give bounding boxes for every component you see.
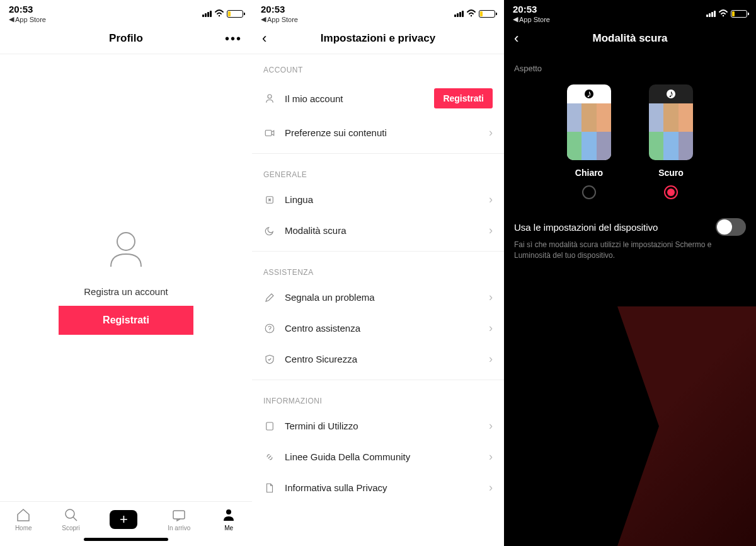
svg-rect-7 [265,130,272,136]
chevron-right-icon: › [489,322,493,335]
watermark-icon [617,306,756,546]
back-to-app[interactable]: ◀ App Store [261,15,298,23]
nav-discover[interactable]: Scopri [62,507,79,531]
status-bar: 20:53 ◀ App Store [0,0,252,23]
home-indicator [84,538,168,541]
status-time: 20:53 [261,4,298,15]
settings-screen: 20:53 ◀ App Store ‹ Impostazioni e priva… [252,0,504,546]
more-icon[interactable]: ••• [225,32,242,46]
device-settings-toggle[interactable] [716,218,746,236]
person-icon [220,507,237,523]
nav-header: Profilo ••• [0,23,252,54]
radio-light[interactable] [582,185,596,199]
help-icon [263,322,276,335]
chevron-right-icon: › [489,352,493,366]
document-icon [263,482,276,494]
nav-header: ‹ Modalità scura [504,23,756,54]
chevron-right-icon: › [489,481,493,494]
status-time: 20:53 [513,4,550,15]
aspect-label: Aspetto [514,64,746,73]
row-help-center[interactable]: Centro assistenza › [252,313,504,344]
profile-screen: 20:53 ◀ App Store Profilo ••• Registra u… [0,0,252,546]
row-report-problem[interactable]: Segnala un problema › [252,282,504,313]
chevron-right-icon: › [489,291,493,304]
person-icon [263,92,276,105]
signal-icon [454,11,464,17]
register-badge-button[interactable]: Registrati [434,88,493,108]
nav-me[interactable]: Me [220,507,237,531]
chevron-right-icon: › [489,224,493,237]
svg-point-5 [471,15,472,16]
row-dark-mode[interactable]: Modalità scura › [252,215,504,246]
wifi-icon [466,9,476,19]
nav-header: ‹ Impostazioni e privacy [252,23,504,54]
dark-preview-icon: ♪ [649,84,693,160]
section-account: ACCOUNT [252,54,504,79]
home-icon [15,507,32,523]
chevron-right-icon: › [489,419,493,433]
page-title: Profilo [109,32,143,45]
moon-icon [263,224,276,237]
status-time: 20:53 [9,4,46,15]
row-safety-center[interactable]: Centro Sicurezza › [252,344,504,375]
book-icon [263,420,276,433]
section-general: GENERALE [252,159,504,184]
chevron-right-icon: › [489,450,493,463]
back-icon[interactable]: ‹ [514,30,518,47]
page-title: Modalità scura [592,32,667,45]
battery-icon [227,10,243,18]
wifi-icon [718,9,728,19]
back-to-app[interactable]: ◀ App Store [513,15,550,23]
section-assistance: ASSISTENZA [252,257,504,282]
theme-option-dark[interactable]: ♪ Scuro [649,84,693,199]
section-info: INFORMAZIONI [252,385,504,410]
back-icon[interactable]: ‹ [262,30,266,47]
svg-point-1 [117,233,135,250]
row-community-guidelines[interactable]: Linee Guida Della Community › [252,441,504,472]
signal-icon [706,11,716,17]
row-language[interactable]: Lingua › [252,184,504,215]
toggle-label: Usa le impostazioni del dispositivo [514,222,658,233]
bottom-nav: Home Scopri + In arrivo Me [0,501,252,534]
row-privacy-policy[interactable]: Informativa sulla Privacy › [252,472,504,503]
search-icon [63,507,79,523]
inbox-icon [171,507,187,523]
page-title: Impostazioni e privacy [321,32,435,45]
svg-point-11 [723,15,724,16]
chevron-right-icon: › [489,126,493,139]
register-prompt: Registra un account [84,286,168,297]
battery-icon [731,10,747,18]
video-icon [263,127,276,139]
settings-body[interactable]: ACCOUNT Il mio account Registrati Prefer… [252,54,504,546]
divider [252,153,504,154]
pencil-icon [263,291,276,304]
avatar-placeholder-icon [98,221,154,277]
row-terms[interactable]: Termini di Utilizzo › [252,410,504,441]
nav-create[interactable]: + [110,510,137,529]
svg-rect-10 [266,422,273,430]
nav-inbox[interactable]: In arrivo [168,507,190,531]
plus-icon: + [110,510,137,529]
divider [252,380,504,380]
nav-home[interactable]: Home [15,507,32,531]
device-settings-toggle-row: Usa le impostazioni del dispositivo [514,218,746,236]
svg-point-0 [219,15,220,16]
svg-point-4 [226,509,231,514]
dark-mode-screen: 20:53 ◀ App Store ‹ Modalità scura Aspet… [504,0,756,546]
battery-icon [479,10,495,18]
theme-options: ♪ Chiaro ♪ Scuro [514,84,746,199]
svg-point-6 [268,95,272,98]
register-button[interactable]: Registrati [59,306,193,335]
profile-body: Registra un account Registrati [0,54,252,501]
row-my-account[interactable]: Il mio account Registrati [252,79,504,117]
svg-rect-3 [173,511,185,519]
chevron-right-icon: › [489,193,493,206]
back-to-app[interactable]: ◀ App Store [9,15,46,23]
wifi-icon [214,9,224,19]
theme-option-light[interactable]: ♪ Chiaro [567,84,611,199]
shield-icon [263,353,276,366]
toggle-description: Fai sì che modalità scura utilizzi le im… [514,240,746,261]
radio-dark[interactable] [664,185,678,199]
row-content-preferences[interactable]: Preferenze sui contenuti › [252,117,504,148]
status-bar: 20:53 ◀ App Store [252,0,504,23]
